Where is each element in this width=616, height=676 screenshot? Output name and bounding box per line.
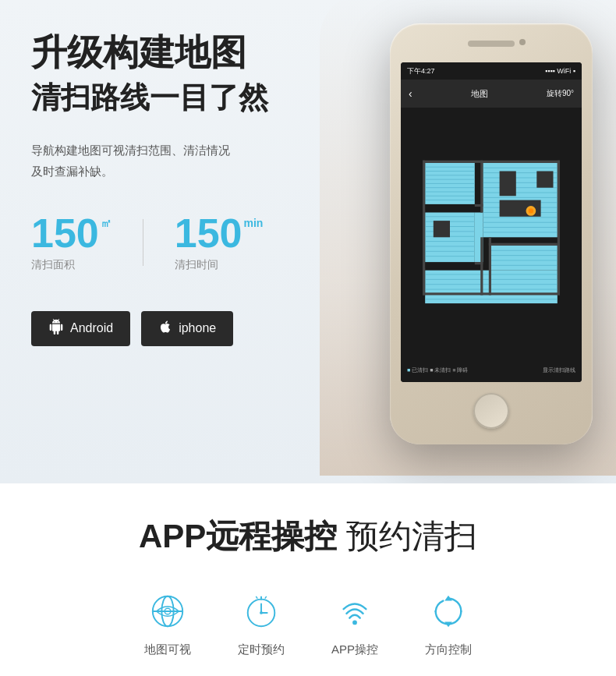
svg-rect-28 [536,172,553,188]
title-bold: APP远程操控 [139,518,337,554]
svg-point-78 [352,621,357,625]
description: 导航构建地图可视清扫范围、清洁情况及时查漏补缺。 [31,140,343,182]
phone-outer: 下午4:27 ▪▪▪▪ WiFi ▪ ‹ 地图 旋转90° [390,23,593,444]
sub-title: 清扫路线一目了然 [31,79,343,117]
apple-icon [158,319,172,338]
phone-bottom-bar: ■ 已清扫 ■ 未清扫 ■ 障碍 显示清扫路线 [401,359,582,382]
direction-icon [427,589,470,633]
svg-rect-57 [423,210,425,270]
phone-camera [519,39,526,45]
wifi-icon [333,589,377,633]
stat-area-label: 清扫面积 [31,258,112,272]
stat-area-number: 150㎡ [31,213,112,253]
phone-status-bar: 下午4:27 ▪▪▪▪ WiFi ▪ [401,62,582,80]
stat-time-number: 150min [175,213,264,253]
phone-nav-right: 旋转90° [547,88,574,99]
svg-rect-53 [423,161,425,213]
iphone-button[interactable]: iphone [141,311,233,346]
bottom-section: APP远程操控 预约清扫 地图可视 [0,483,616,676]
feature-timer: 定时预约 [238,589,285,657]
app-control-title: APP远程操控 预约清扫 [16,515,600,558]
phone-mockup: 下午4:27 ▪▪▪▪ WiFi ▪ ‹ 地图 旋转90° [382,8,616,476]
svg-point-66 [529,208,533,213]
iphone-label: iphone [179,321,216,335]
map-icon [146,589,189,633]
timer-icon [239,589,283,633]
svg-point-75 [260,611,263,614]
android-icon [48,319,64,338]
phone-speaker [468,41,515,47]
svg-rect-63 [489,237,491,295]
android-button[interactable]: Android [31,311,130,346]
svg-rect-64 [489,243,558,246]
svg-rect-54 [423,161,560,163]
phone-time: 下午4:27 [407,66,435,76]
android-label: Android [70,321,113,335]
feature-wifi: APP操控 [331,589,378,657]
phone-screen: 下午4:27 ▪▪▪▪ WiFi ▪ ‹ 地图 旋转90° [401,62,582,382]
feature-direction: 方向控制 [425,589,472,657]
phone-home-button[interactable] [473,393,509,429]
top-left-content: 升级构建地图 清扫路线一目了然 导航构建地图可视清扫范围、清洁情况及时查漏补缺。… [31,31,343,346]
phone-map-area [401,108,582,359]
feature-wifi-label: APP操控 [331,642,378,657]
feature-map-label: 地图可视 [144,642,191,657]
stat-time: 150min 清扫时间 [175,213,264,272]
svg-rect-39 [434,221,450,237]
phone-signal: ▪▪▪▪ WiFi ▪ [545,67,575,75]
svg-rect-58 [423,268,425,296]
show-path-text: 显示清扫路线 [543,366,575,374]
svg-line-77 [265,596,267,599]
feature-direction-label: 方向控制 [425,642,472,657]
stat-time-label: 清扫时间 [175,258,264,272]
floor-plan-svg [409,115,574,351]
svg-line-76 [256,596,257,599]
main-title: 升级构建地图 [31,31,343,74]
svg-rect-61 [480,161,483,213]
legend-text: ■ 已清扫 ■ 未清扫 ■ 障碍 [407,366,468,374]
title-normal: 预约清扫 [337,518,477,554]
stats-row: 150㎡ 清扫面积 150min 清扫时间 [31,213,343,272]
top-section: 升级构建地图 清扫路线一目了然 导航构建地图可视清扫范围、清洁情况及时查漏补缺。… [0,0,616,483]
feature-map: 地图可视 [144,589,191,657]
svg-rect-55 [558,161,560,296]
svg-rect-26 [500,172,516,196]
phone-nav-title: 地图 [412,88,547,100]
svg-rect-48 [491,246,558,271]
stat-area: 150㎡ 清扫面积 [31,213,112,272]
stat-divider [143,219,143,266]
feature-timer-label: 定时预约 [238,642,285,657]
app-buttons-row: Android iphone [31,311,343,346]
phone-nav-bar: ‹ 地图 旋转90° [401,80,582,108]
features-row: 地图可视 定时预约 [16,589,600,657]
svg-rect-62 [480,237,483,295]
